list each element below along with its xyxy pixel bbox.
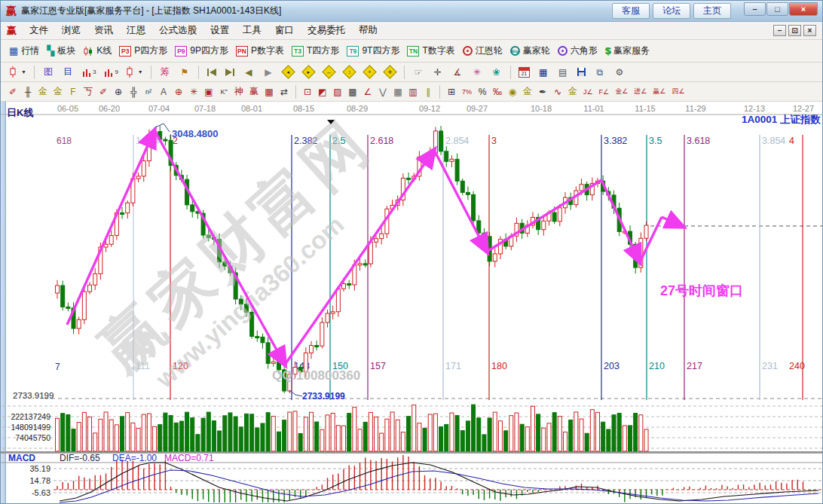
toolbar-button-candle-tool[interactable]: ▼: [122, 65, 147, 79]
toolbar-button-p-square[interactable]: P3P四方形: [115, 43, 171, 59]
toolbar-button-calculator-tool[interactable]: ▦: [534, 64, 553, 80]
toolbar-button-hexagon[interactable]: 六角形: [554, 43, 601, 59]
toolbar-button-sector[interactable]: ▚板块: [43, 43, 79, 59]
toolbar-button-hand-tool[interactable]: ☞: [408, 64, 428, 80]
draw-tool-26[interactable]: ▦: [390, 84, 405, 99]
toolbar-button-t-digit-table[interactable]: TNT数字表: [403, 43, 458, 59]
draw-tool-30[interactable]: ⊞: [444, 84, 459, 99]
draw-tool-28[interactable]: ∥: [421, 84, 436, 99]
toolbar-button-calendar-tool[interactable]: 21: [515, 66, 534, 79]
toolbar-button-prev-bar[interactable]: ◀: [239, 64, 259, 80]
toolbar-button-p-digit-table[interactable]: PNP数字表: [232, 43, 288, 59]
toolbar-button-gann-dia-3[interactable]: ↔: [319, 66, 339, 78]
draw-tool-44[interactable]: 四∠: [668, 84, 687, 99]
menu-item-tools[interactable]: 工具: [236, 22, 268, 39]
maximize-button[interactable]: □: [766, 2, 788, 16]
toolbar-button-chart-style[interactable]: 图: [38, 64, 58, 80]
toolbar-button-first-bar[interactable]: [203, 66, 221, 78]
draw-tool-16[interactable]: 赢: [246, 84, 262, 99]
draw-tool-18[interactable]: ⇄: [277, 84, 292, 99]
draw-tool-42[interactable]: 进∠: [631, 84, 650, 99]
menu-item-browse[interactable]: 浏览: [55, 22, 87, 39]
draw-tool-4[interactable]: F: [66, 84, 81, 99]
mdi-minimize-button[interactable]: –: [773, 25, 786, 36]
toolbar-button-brain-tool[interactable]: ❀: [487, 64, 506, 80]
draw-tool-20[interactable]: ⊡: [300, 84, 315, 99]
toolbar-button-gann-dia-6[interactable]: ✛: [380, 66, 400, 78]
quick-button-1[interactable]: 论坛: [653, 3, 690, 19]
menu-item-help[interactable]: 帮助: [352, 22, 384, 39]
mdi-restore-button[interactable]: ⊡: [788, 25, 801, 36]
draw-tool-21[interactable]: ◩: [315, 84, 330, 99]
quick-button-2[interactable]: 主页: [693, 3, 731, 19]
draw-tool-17[interactable]: ▦: [262, 84, 277, 99]
quick-button-0[interactable]: 客服: [612, 3, 650, 19]
toolbar-button-winner-service[interactable]: $赢家服务: [601, 43, 653, 59]
draw-tool-39[interactable]: J∠: [580, 84, 596, 99]
draw-tool-22[interactable]: ▨: [330, 84, 345, 99]
draw-tool-0[interactable]: ✐: [5, 84, 20, 99]
draw-tool-41[interactable]: 金∠: [612, 84, 631, 99]
toolbar-button-settings-tool[interactable]: ⚙: [610, 64, 629, 80]
menu-item-file[interactable]: 文件: [23, 22, 55, 39]
draw-tool-5[interactable]: 丂: [81, 84, 96, 99]
draw-tool-7[interactable]: ⊕: [111, 84, 126, 99]
toolbar-button-web-tool[interactable]: ✳: [467, 64, 487, 80]
menu-item-window[interactable]: 窗口: [268, 22, 301, 39]
draw-tool-38[interactable]: 金: [565, 84, 580, 99]
draw-tool-31[interactable]: 7%: [459, 84, 475, 99]
toolbar-button-angle-tool[interactable]: ∡: [448, 64, 467, 80]
toolbar-button-gann-dia-4[interactable]: ↕: [339, 66, 359, 78]
draw-tool-23[interactable]: ▩: [345, 84, 360, 99]
menu-item-formula-pick[interactable]: 公式选股: [152, 22, 203, 39]
draw-tool-8[interactable]: ╬: [126, 84, 141, 99]
draw-tool-14[interactable]: K": [216, 84, 231, 99]
draw-tool-32[interactable]: %: [475, 84, 490, 99]
draw-tool-11[interactable]: ⊕: [171, 84, 186, 99]
menu-item-news[interactable]: 资讯: [87, 22, 120, 39]
minimize-button[interactable]: –: [744, 2, 766, 16]
draw-tool-13[interactable]: ▣: [201, 84, 216, 99]
draw-tool-43[interactable]: 赢∠: [650, 84, 668, 99]
toolbar-button-kline[interactable]: K线: [79, 43, 115, 59]
draw-tool-40[interactable]: F∠: [596, 84, 613, 99]
menu-item-trade[interactable]: 交易委托: [301, 22, 352, 39]
draw-tool-25[interactable]: ⋁: [375, 84, 390, 99]
toolbar-button-next-bar[interactable]: ▶: [259, 64, 278, 80]
toolbar-button-minute-9[interactable]: 9: [99, 66, 121, 79]
toolbar-button-gann-wheel[interactable]: 江恩轮: [459, 43, 506, 59]
toolbar-button-minute-3[interactable]: 3: [78, 66, 99, 79]
menu-item-settings[interactable]: 设置: [203, 22, 236, 39]
draw-tool-2[interactable]: 金: [35, 84, 50, 99]
toolbar-button-flag-tool[interactable]: ⚑: [175, 64, 194, 80]
toolbar-button-save-tool[interactable]: [573, 66, 590, 78]
draw-tool-33[interactable]: ‰: [490, 84, 505, 99]
draw-tool-12[interactable]: ✳: [186, 84, 201, 99]
toolbar-button-gann-dia-2[interactable]: ▸: [298, 66, 319, 78]
draw-tool-24[interactable]: ∠: [360, 84, 375, 99]
toolbar-button-gann-dia-1[interactable]: ◂: [278, 66, 298, 78]
menu-item-gann[interactable]: 江恩: [120, 22, 152, 39]
draw-tool-35[interactable]: 金: [520, 84, 535, 99]
draw-tool-9[interactable]: n²: [141, 84, 156, 99]
toolbar-button-winner-wheel[interactable]: Big赢家轮: [506, 43, 554, 59]
toolbar-button-list-view[interactable]: 目: [58, 64, 78, 80]
draw-tool-15[interactable]: 神: [231, 84, 246, 99]
kline-chart[interactable]: 1.85411121202.3821432.51502.6181572.8541…: [1, 102, 823, 504]
toolbar-button-period-daily[interactable]: ▼: [5, 65, 30, 79]
toolbar-button-chip-tool[interactable]: 筹: [155, 64, 175, 80]
draw-tool-1[interactable]: ╫: [20, 84, 35, 99]
toolbar-button-9p-square[interactable]: P99P四方形: [171, 43, 232, 59]
mdi-close-button[interactable]: ×: [803, 25, 816, 36]
close-button[interactable]: ×: [789, 2, 818, 16]
toolbar-button-t-square[interactable]: T3T四方形: [288, 43, 343, 59]
toolbar-button-crosshair-tool[interactable]: ✛: [428, 64, 448, 80]
draw-tool-36[interactable]: ✒: [535, 84, 550, 99]
toolbar-button-9t-square[interactable]: T99T四方形: [343, 43, 403, 59]
toolbar-button-gann-dia-5[interactable]: +: [359, 66, 380, 78]
draw-tool-3[interactable]: 金: [50, 84, 66, 99]
toolbar-button-quote[interactable]: ▦行情: [5, 43, 43, 59]
toolbar-button-notes-tool[interactable]: ▤: [553, 64, 573, 80]
draw-tool-34[interactable]: ◉: [505, 84, 520, 99]
toolbar-button-last-bar[interactable]: [221, 66, 239, 78]
